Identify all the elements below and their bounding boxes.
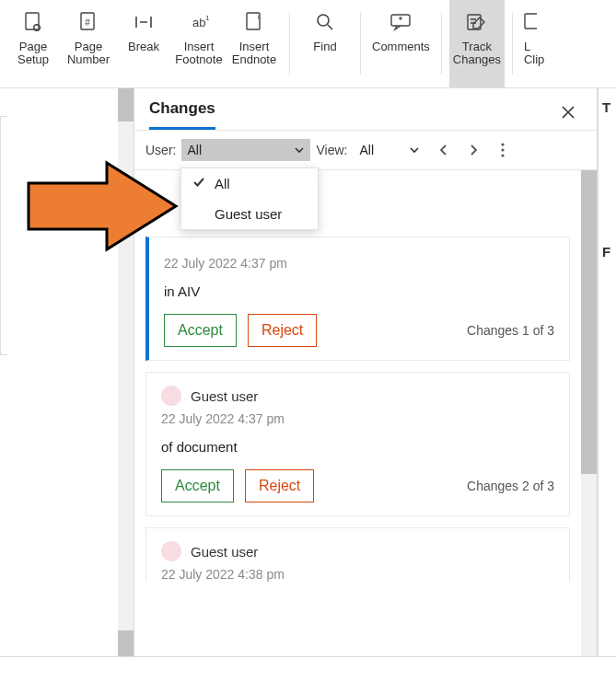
- panel-scrollbar[interactable]: [581, 170, 597, 656]
- changes-list: 22 July 2022 4:37 pm in AIV Accept Rejec…: [134, 170, 581, 656]
- panel-close-button[interactable]: [554, 100, 582, 129]
- user-filter-popup: All Guest user: [180, 167, 319, 230]
- ribbon-comments[interactable]: Comments: [368, 0, 434, 87]
- endnote-icon: i: [241, 9, 267, 35]
- ribbon-label: InsertEndnote: [232, 40, 276, 67]
- view-filter-value: All: [359, 143, 374, 157]
- panel-menu-button[interactable]: [491, 138, 515, 162]
- user-filter-option-guest[interactable]: Guest user: [181, 199, 318, 229]
- ribbon-find[interactable]: Find: [297, 0, 353, 87]
- change-actions: Accept Reject Changes 2 of 3: [161, 469, 554, 502]
- accept-button[interactable]: Accept: [161, 469, 234, 502]
- status-bar: [0, 656, 616, 693]
- option-label: Guest user: [215, 206, 282, 222]
- scrollbar-thumb[interactable]: [118, 88, 134, 121]
- view-filter-label: View:: [316, 143, 347, 157]
- change-user: Guest user: [191, 388, 258, 404]
- track-changes-icon: [464, 9, 490, 35]
- change-user-row: Guest user: [161, 541, 554, 561]
- svg-point-8: [318, 15, 329, 26]
- document-scrollbar[interactable]: [118, 88, 134, 656]
- avatar: [161, 386, 181, 406]
- ribbon-label: Find: [313, 40, 336, 53]
- scrollbar-thumb[interactable]: [581, 170, 597, 474]
- page-setup-icon: [20, 9, 46, 35]
- ribbon-label: LClip: [524, 40, 544, 67]
- change-text: in AIV: [164, 283, 554, 299]
- page-edge: [0, 116, 7, 355]
- page-number-icon: #: [76, 9, 101, 35]
- ribbon-label: InsertFootnote: [175, 40, 222, 67]
- prev-change-button[interactable]: [432, 138, 456, 162]
- ribbon-label: Break: [128, 40, 159, 53]
- content-area: Changes User: All View: All: [0, 88, 616, 656]
- svg-point-14: [502, 154, 505, 156]
- chevron-down-icon: [409, 144, 420, 156]
- ribbon-page-number[interactable]: # PageNumber: [61, 0, 116, 87]
- ribbon-page-setup[interactable]: PageSetup: [6, 0, 61, 87]
- user-filter-label: User:: [145, 143, 176, 157]
- ribbon-separator: [441, 13, 442, 75]
- svg-point-12: [502, 143, 505, 145]
- svg-rect-11: [525, 14, 537, 29]
- panel-body: 22 July 2022 4:37 pm in AIV Accept Rejec…: [134, 170, 597, 656]
- svg-point-13: [502, 148, 505, 151]
- change-card[interactable]: Guest user 22 July 2022 4:37 pm of docum…: [145, 372, 570, 516]
- ribbon-label: PageNumber: [67, 40, 110, 67]
- option-label: All: [215, 176, 230, 191]
- panel-filters: User: All View: All: [134, 130, 597, 170]
- ribbon-separator: [360, 13, 361, 75]
- ribbon-label: TrackChanges: [453, 40, 501, 67]
- ribbon-separator: [512, 13, 513, 75]
- accept-button[interactable]: Accept: [164, 314, 237, 347]
- chevron-down-icon: [294, 144, 305, 156]
- break-icon: [131, 9, 157, 35]
- change-counter: Changes 1 of 3: [467, 323, 554, 338]
- right-sidebar-strip: T F: [598, 88, 616, 656]
- svg-text:ab: ab: [192, 16, 205, 29]
- strip-letter: F: [602, 244, 614, 260]
- panel-title: Changes: [149, 99, 215, 130]
- comment-icon: [388, 9, 413, 35]
- ribbon-label: Comments: [372, 40, 430, 53]
- search-icon: [312, 9, 338, 35]
- change-date: 22 July 2022 4:38 pm: [161, 567, 554, 582]
- change-date: 22 July 2022 4:37 pm: [161, 411, 554, 426]
- ribbon-toolbar: PageSetup # PageNumber Break ab1 InsertF…: [0, 0, 616, 88]
- scrollbar-thumb[interactable]: [118, 630, 134, 656]
- footnote-icon: ab1: [186, 9, 212, 35]
- svg-text:1: 1: [205, 14, 210, 22]
- user-filter-option-all[interactable]: All: [181, 168, 318, 199]
- change-text: of document: [161, 439, 554, 455]
- change-user: Guest user: [191, 544, 258, 560]
- svg-text:#: #: [85, 17, 90, 28]
- ribbon-label: PageSetup: [17, 40, 49, 67]
- ribbon-break[interactable]: Break: [116, 0, 171, 87]
- avatar: [161, 541, 181, 561]
- svg-rect-0: [26, 13, 39, 29]
- ribbon-clip-cut[interactable]: LClip: [520, 0, 550, 87]
- change-actions: Accept Reject Changes 1 of 3: [164, 314, 554, 347]
- change-counter: Changes 2 of 3: [467, 479, 554, 493]
- change-card[interactable]: Guest user 22 July 2022 4:38 pm: [145, 527, 570, 582]
- ribbon-insert-endnote[interactable]: i InsertEndnote: [227, 0, 282, 87]
- ribbon-insert-footnote[interactable]: ab1 InsertFootnote: [171, 0, 227, 87]
- check-icon: [192, 176, 207, 191]
- panel-header: Changes: [134, 88, 597, 130]
- change-date: 22 July 2022 4:37 pm: [164, 256, 554, 271]
- changes-panel: Changes User: All View: All: [134, 88, 598, 656]
- clip-icon: [524, 9, 550, 35]
- strip-letter: T: [602, 99, 614, 115]
- view-filter-dropdown[interactable]: All: [353, 138, 426, 162]
- user-filter-dropdown[interactable]: All: [181, 139, 310, 161]
- next-change-button[interactable]: [461, 138, 485, 162]
- change-user-row: Guest user: [161, 386, 554, 406]
- ribbon-separator: [289, 13, 290, 75]
- document-area: [0, 88, 134, 656]
- reject-button[interactable]: Reject: [248, 314, 317, 347]
- change-card[interactable]: 22 July 2022 4:37 pm in AIV Accept Rejec…: [145, 237, 570, 361]
- reject-button[interactable]: Reject: [245, 469, 314, 502]
- ribbon-track-changes[interactable]: TrackChanges: [449, 0, 505, 87]
- user-filter-value: All: [187, 143, 202, 157]
